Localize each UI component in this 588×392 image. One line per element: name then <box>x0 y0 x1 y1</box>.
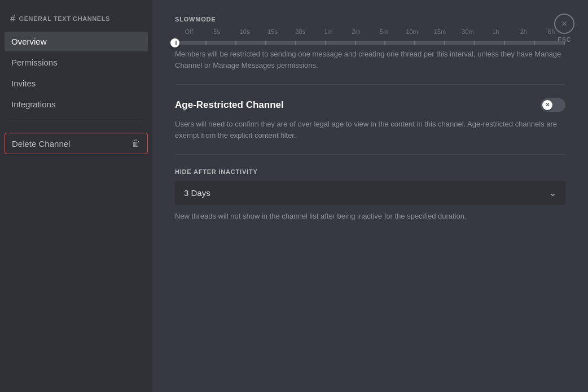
tick-2m: 2m <box>343 28 370 35</box>
slider-track <box>175 41 565 45</box>
tick-5m: 5m <box>370 28 398 35</box>
slider-container: Off 5s 10s 15s 30s 1m 2m 5m 10m 15m 30m … <box>175 28 565 49</box>
sidebar-item-integrations-label: Integrations <box>11 99 55 109</box>
tick-mark-3 <box>235 41 236 45</box>
age-restricted-toggle[interactable]: ✕ <box>541 98 565 112</box>
delete-channel-button[interactable]: Delete Channel 🗑 <box>5 133 148 154</box>
tick-30s: 30s <box>287 28 314 35</box>
tick-mark-8 <box>384 41 385 45</box>
tick-6h: 6h <box>537 28 565 35</box>
hash-icon: # <box>10 14 16 24</box>
tick-mark-12 <box>504 41 505 45</box>
tick-5s: 5s <box>203 28 230 35</box>
toggle-knob: ✕ <box>542 100 552 110</box>
chevron-down-icon: ⌄ <box>549 188 556 198</box>
tick-mark-10 <box>444 41 445 45</box>
tick-15s: 15s <box>258 28 286 35</box>
hide-inactivity-section: HIDE AFTER INACTIVITY 3 Days ⌄ New threa… <box>175 168 565 222</box>
slider-track-wrapper[interactable] <box>175 37 565 49</box>
age-restricted-section: Age-Restricted Channel ✕ Users will need… <box>175 98 565 141</box>
age-restricted-title: Age-Restricted Channel <box>175 99 284 111</box>
age-restricted-description: Users will need to confirm they are of o… <box>175 119 565 141</box>
sidebar-item-integrations[interactable]: Integrations <box>5 94 148 114</box>
tick-mark-13 <box>534 41 535 45</box>
sidebar-item-permissions-label: Permissions <box>11 58 58 67</box>
tick-10m: 10m <box>398 28 425 35</box>
tick-2h: 2h <box>510 28 537 35</box>
tick-1h: 1h <box>482 28 510 35</box>
divider-1 <box>175 84 565 85</box>
dropdown-value: 3 Days <box>184 188 210 198</box>
channel-name: GENERAL TEXT CHANNELS <box>19 15 111 22</box>
delete-channel-label: Delete Channel <box>12 139 70 149</box>
toggle-x-icon: ✕ <box>545 102 550 108</box>
hide-inactivity-description: New threads will not show in the channel… <box>175 211 565 222</box>
sidebar-item-invites-label: Invites <box>11 79 36 88</box>
slowmode-label: SLOWMODE <box>175 16 565 23</box>
hide-inactivity-label: HIDE AFTER INACTIVITY <box>175 168 565 175</box>
hide-inactivity-dropdown[interactable]: 3 Days ⌄ <box>175 181 565 205</box>
sidebar-item-overview[interactable]: Overview <box>5 32 148 51</box>
tick-mark-9 <box>414 41 415 45</box>
sidebar-item-permissions[interactable]: Permissions <box>5 53 148 72</box>
tick-10s: 10s <box>231 28 258 35</box>
sidebar-item-overview-label: Overview <box>11 37 47 46</box>
tick-mark-11 <box>474 41 475 45</box>
tick-30m: 30m <box>454 28 481 35</box>
tick-mark-14 <box>564 41 565 45</box>
sidebar: # GENERAL TEXT CHANNELS Overview Permiss… <box>0 0 152 392</box>
divider-2 <box>175 154 565 155</box>
tick-marks-row <box>175 41 565 45</box>
sidebar-item-invites[interactable]: Invites <box>5 73 148 93</box>
tick-off: Off <box>175 28 203 35</box>
tick-mark-5 <box>295 41 296 45</box>
tick-mark-1 <box>175 41 177 45</box>
sidebar-divider <box>10 120 142 120</box>
age-restricted-header: Age-Restricted Channel ✕ <box>175 98 565 112</box>
tick-15m: 15m <box>426 28 454 35</box>
slowmode-description: Members will be restricted to sending on… <box>175 49 565 71</box>
slowmode-section: SLOWMODE Off 5s 10s 15s 30s 1m 2m 5m 10m… <box>175 16 565 71</box>
main-content: × ESC SLOWMODE Off 5s 10s 15s 30s 1m 2m … <box>152 0 588 392</box>
tick-1m: 1m <box>314 28 342 35</box>
tick-mark-7 <box>355 41 356 45</box>
tick-mark-4 <box>265 41 266 45</box>
tick-mark-6 <box>325 41 326 45</box>
trash-icon: 🗑 <box>131 138 141 149</box>
tick-labels-row: Off 5s 10s 15s 30s 1m 2m 5m 10m 15m 30m … <box>175 28 565 35</box>
tick-mark-2 <box>205 41 207 45</box>
channel-header: # GENERAL TEXT CHANNELS <box>5 9 148 31</box>
